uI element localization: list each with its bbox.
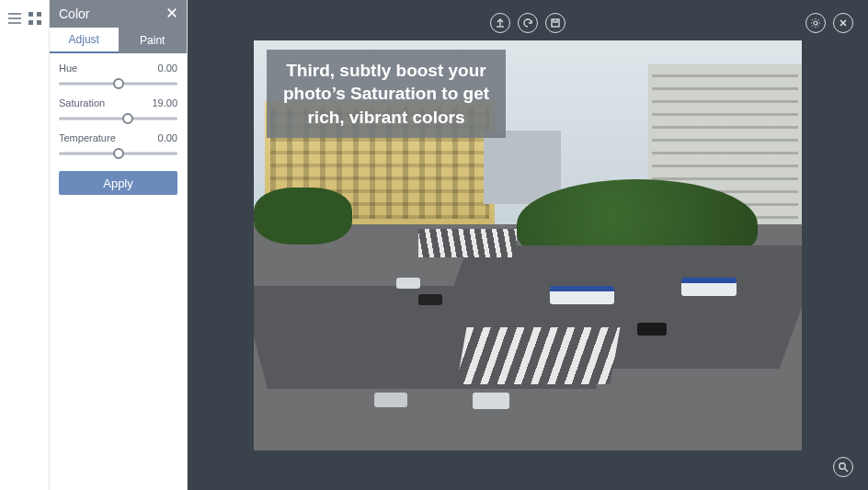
panel-tabs: Adjust Paint (50, 28, 187, 53)
slider-saturation-track[interactable] (59, 112, 177, 125)
slider-saturation-label: Saturation (59, 97, 105, 108)
sliders: Hue 0.00 Saturation 19.00 Temperature 0.… (50, 53, 187, 165)
instruction-overlay: Third, subtly boost your photo’s Saturat… (267, 50, 506, 139)
svg-line-14 (845, 469, 848, 472)
grid-view-button[interactable] (28, 11, 42, 26)
photo-preview: Third, subtly boost your photo’s Saturat… (254, 40, 802, 450)
editor-canvas: Third, subtly boost your photo’s Saturat… (188, 0, 868, 490)
panel-header: Color (50, 0, 187, 28)
upload-button[interactable] (490, 13, 510, 33)
save-button[interactable] (545, 13, 565, 33)
panel-title: Color (59, 6, 89, 21)
slider-hue-value: 0.00 (158, 63, 177, 74)
corner-toolbar (805, 13, 853, 33)
slider-hue-thumb[interactable] (113, 78, 124, 89)
tab-paint[interactable]: Paint (119, 28, 188, 53)
apply-button[interactable]: Apply (59, 171, 177, 195)
slider-temperature-thumb[interactable] (113, 148, 124, 159)
svg-rect-3 (29, 12, 33, 17)
slider-saturation-value: 19.00 (152, 97, 177, 108)
svg-rect-9 (552, 19, 559, 27)
svg-rect-6 (37, 20, 41, 25)
slider-saturation-thumb[interactable] (122, 113, 133, 124)
svg-point-10 (814, 21, 817, 25)
undo-button[interactable] (518, 13, 538, 33)
slider-temperature-track[interactable] (59, 147, 177, 160)
svg-point-13 (839, 463, 845, 469)
tab-adjust[interactable]: Adjust (50, 28, 119, 53)
list-view-button[interactable] (7, 11, 22, 26)
slider-hue-track[interactable] (59, 77, 177, 90)
slider-hue-label: Hue (59, 63, 77, 74)
color-panel: Color Adjust Paint Hue 0.00 Saturation 1… (50, 0, 188, 490)
zoom-button[interactable] (833, 457, 853, 477)
slider-hue: Hue 0.00 (59, 63, 177, 90)
slider-temperature: Temperature 0.00 (59, 132, 177, 160)
svg-rect-4 (37, 12, 41, 17)
panel-close-button[interactable] (166, 6, 177, 22)
top-toolbar (490, 13, 565, 33)
svg-rect-5 (29, 20, 33, 25)
slider-saturation: Saturation 19.00 (59, 97, 177, 125)
left-rail (0, 0, 50, 490)
slider-temperature-label: Temperature (59, 132, 116, 143)
editor-close-button[interactable] (833, 13, 853, 33)
slider-temperature-value: 0.00 (158, 132, 177, 143)
settings-button[interactable] (805, 13, 826, 33)
